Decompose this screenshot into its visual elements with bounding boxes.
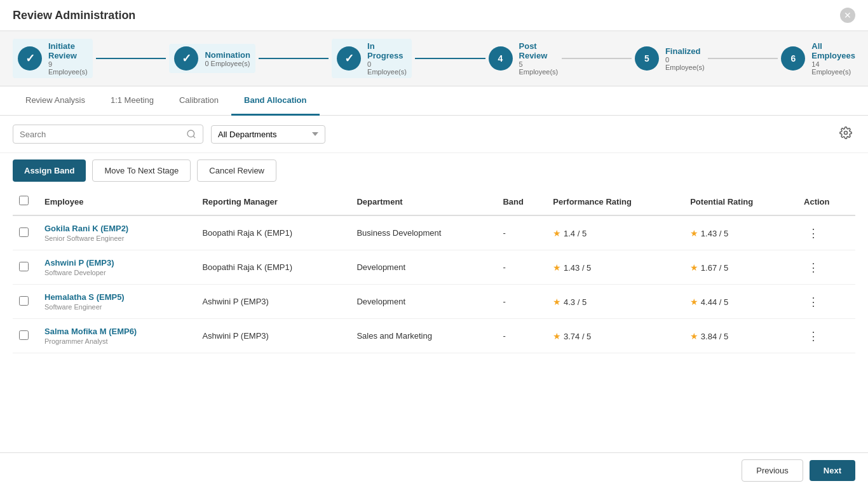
employee-table-container: Employee Reporting Manager Department Ba… — [0, 188, 868, 452]
row-checkbox-1[interactable] — [19, 262, 29, 271]
cell-potential-2: ★ 4.44 / 5 — [684, 285, 797, 319]
step-all-employees[interactable]: 6 All Employees 14 Employee(s) — [781, 41, 855, 76]
cell-employee-2: Hemalatha S (EMP5) Software Engineer — [38, 285, 196, 319]
row-checkbox-3[interactable] — [19, 330, 29, 340]
table-row: Gokila Rani K (EMP2) Senior Software Eng… — [13, 215, 855, 250]
cell-manager-0: Boopathi Raja K (EMP1) — [196, 215, 350, 250]
cell-employee-0: Gokila Rani K (EMP2) Senior Software Eng… — [38, 215, 196, 250]
step-label-post-review: Post Review — [519, 41, 559, 60]
cell-band-2: - — [496, 285, 546, 319]
tab-bar: Review Analysis 1:1 Meeting Calibration … — [0, 86, 868, 116]
cell-action-0: ⋮ — [797, 215, 855, 250]
next-button[interactable]: Next — [810, 460, 855, 481]
pot-rating-2: 4.44 / 5 — [701, 297, 728, 307]
step-count-in-progress: 0 Employee(s) — [367, 60, 407, 76]
step-icon-finalized: 5 — [635, 46, 659, 71]
perf-star-3: ★ — [553, 331, 561, 341]
step-count-all-employees: 14 Employee(s) — [811, 60, 855, 76]
tab-meeting[interactable]: 1:1 Meeting — [98, 86, 166, 116]
cell-manager-3: Ashwini P (EMP3) — [196, 319, 350, 353]
step-finalized[interactable]: 5 Finalized 0 Employee(s) — [635, 46, 705, 71]
table-row: Salma Mofika M (EMP6) Programmer Analyst… — [13, 319, 855, 353]
table-header-row: Employee Reporting Manager Department Ba… — [13, 188, 855, 215]
action-menu-button-2[interactable]: ⋮ — [804, 294, 823, 310]
step-count-finalized: 0 Employee(s) — [665, 56, 705, 71]
cell-performance-0: ★ 1.4 / 5 — [546, 215, 684, 250]
perf-rating-2: 4.3 / 5 — [564, 297, 587, 307]
svg-point-0 — [187, 130, 194, 137]
cell-performance-3: ★ 3.74 / 5 — [546, 319, 684, 353]
step-label-initiate: Initiate Review — [48, 41, 88, 60]
settings-button[interactable] — [836, 125, 855, 144]
search-input[interactable] — [20, 130, 182, 139]
pot-rating-3: 3.84 / 5 — [701, 332, 728, 341]
employee-title-0: Senior Software Engineer — [44, 234, 189, 242]
table-row: Ashwini P (EMP3) Software Developer Boop… — [13, 250, 855, 285]
cell-action-2: ⋮ — [797, 285, 855, 319]
employee-title-3: Programmer Analyst — [44, 337, 189, 345]
employee-table: Employee Reporting Manager Department Ba… — [13, 188, 855, 353]
pot-star-1: ★ — [690, 262, 698, 273]
perf-star-1: ★ — [553, 262, 561, 273]
previous-button[interactable]: Previous — [742, 459, 803, 482]
step-label-nomination: Nomination — [205, 50, 250, 60]
cell-performance-1: ★ 1.43 / 5 — [546, 250, 684, 285]
pot-star-3: ★ — [690, 331, 698, 341]
step-post-review[interactable]: 4 Post Review 5 Employee(s) — [489, 41, 559, 76]
perf-rating-0: 1.4 / 5 — [564, 229, 587, 238]
pot-star-0: ★ — [690, 228, 698, 238]
cell-potential-1: ★ 1.67 / 5 — [684, 250, 797, 285]
employee-name-3: Salma Mofika M (EMP6) — [44, 327, 189, 336]
step-nomination[interactable]: ✓ Nomination 0 Employee(s) — [169, 44, 255, 73]
header-manager: Reporting Manager — [196, 188, 350, 215]
header-department: Department — [350, 188, 496, 215]
tab-review-analysis[interactable]: Review Analysis — [13, 86, 98, 116]
tab-calibration[interactable]: Calibration — [166, 86, 231, 116]
gear-icon — [839, 126, 852, 139]
assign-band-button[interactable]: Assign Band — [13, 159, 86, 182]
select-all-checkbox[interactable] — [19, 196, 29, 205]
svg-line-1 — [193, 136, 195, 138]
step-initiate-review[interactable]: ✓ Initiate Review 9 Employee(s) — [13, 39, 93, 78]
step-count-nomination: 0 Employee(s) — [205, 60, 250, 67]
tab-band-allocation[interactable]: Band Allocation — [231, 86, 319, 116]
cancel-review-button[interactable]: Cancel Review — [197, 159, 276, 182]
row-checkbox-2[interactable] — [19, 296, 29, 306]
cell-employee-1: Ashwini P (EMP3) Software Developer — [38, 250, 196, 285]
cell-action-3: ⋮ — [797, 319, 855, 353]
cell-department-3: Sales and Marketing — [350, 319, 496, 353]
header-employee: Employee — [38, 188, 196, 215]
row-checkbox-0[interactable] — [19, 227, 29, 237]
step-icon-nomination: ✓ — [174, 46, 198, 71]
step-label-in-progress: In Progress — [367, 41, 407, 60]
header-checkbox-cell — [13, 188, 38, 215]
action-menu-button-3[interactable]: ⋮ — [804, 328, 823, 344]
connector-5 — [708, 58, 778, 59]
pot-rating-1: 1.67 / 5 — [701, 263, 728, 273]
close-button[interactable]: ✕ — [840, 8, 855, 23]
footer: Previous Next — [0, 452, 868, 488]
cell-department-0: Business Development — [350, 215, 496, 250]
cell-department-2: Development — [350, 285, 496, 319]
connector-4 — [562, 58, 632, 59]
perf-star-0: ★ — [553, 228, 561, 238]
cell-manager-1: Boopathi Raja K (EMP1) — [196, 250, 350, 285]
step-icon-post-review: 4 — [489, 46, 513, 71]
action-menu-button-0[interactable]: ⋮ — [804, 225, 823, 241]
header-band: Band — [496, 188, 546, 215]
progress-steps: ✓ Initiate Review 9 Employee(s) ✓ Nomina… — [0, 31, 868, 86]
perf-rating-3: 3.74 / 5 — [564, 332, 591, 341]
table-row: Hemalatha S (EMP5) Software Engineer Ash… — [13, 285, 855, 319]
connector-2 — [259, 58, 329, 59]
pot-star-2: ★ — [690, 297, 698, 307]
move-next-stage-button[interactable]: Move To Next Stage — [92, 159, 191, 182]
action-menu-button-1[interactable]: ⋮ — [804, 259, 823, 276]
step-in-progress[interactable]: ✓ In Progress 0 Employee(s) — [332, 39, 412, 78]
employee-name-0: Gokila Rani K (EMP2) — [44, 224, 189, 233]
cell-performance-2: ★ 4.3 / 5 — [546, 285, 684, 319]
search-box — [13, 125, 203, 144]
step-count-post-review: 5 Employee(s) — [519, 60, 559, 76]
step-label-all-employees: All Employees — [811, 41, 855, 60]
connector-1 — [96, 58, 166, 59]
department-filter[interactable]: All Departments Business Development Dev… — [211, 125, 325, 144]
